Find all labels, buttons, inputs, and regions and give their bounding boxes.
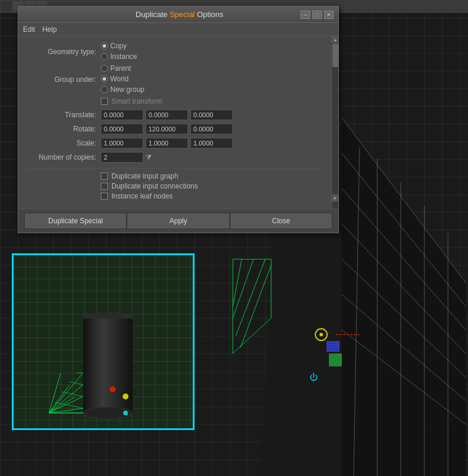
menu-help[interactable]: Help	[42, 25, 57, 34]
dup-input-graph-checkbox[interactable]	[101, 173, 108, 180]
copies-stepper-icon: ⧩	[146, 153, 151, 161]
scrollbar-bottom-area: ▼	[331, 194, 338, 201]
rotate-x-input[interactable]	[101, 124, 143, 134]
group-under-label: Group under:	[24, 75, 101, 84]
scrollbar-up-arrow[interactable]: ▲	[332, 36, 339, 43]
instance-leaf-label: Instance leaf nodes	[111, 192, 173, 200]
group-new-label: New group	[110, 85, 144, 94]
svg-point-26	[319, 333, 323, 336]
copies-row: Number of copies: ⧩	[24, 151, 324, 163]
geometry-type-row: Geometry type: Copy Instance	[24, 42, 324, 62]
small-viewport	[12, 253, 195, 430]
copies-controls: ⧩	[101, 152, 151, 163]
geometry-copy-row: Copy	[101, 42, 137, 50]
menu-edit[interactable]: Edit	[23, 25, 35, 34]
translate-label: Translate:	[24, 111, 101, 119]
dup-input-conn-checkbox[interactable]	[101, 183, 108, 190]
instance-leaf-checkbox[interactable]	[101, 193, 108, 200]
small-viewport-svg	[14, 255, 193, 428]
scale-x-input[interactable]	[101, 138, 143, 148]
smart-transform-checkbox[interactable]	[101, 98, 108, 105]
copies-input[interactable]	[101, 152, 143, 163]
apply-button[interactable]: Apply	[127, 213, 229, 229]
svg-line-50	[69, 382, 83, 385]
scale-inputs	[101, 138, 233, 148]
svg-point-52	[110, 386, 116, 392]
geometry-type-label: Geometry type:	[24, 48, 101, 56]
svg-line-15	[233, 259, 242, 306]
title-word-duplicate: Duplicate	[136, 10, 170, 19]
scale-row: Scale:	[24, 137, 324, 149]
group-world-label: World	[110, 75, 128, 83]
geometry-copy-label: Copy	[110, 42, 127, 50]
translate-row: Translate:	[24, 109, 324, 121]
scrollbar-down-arrow[interactable]: ▼	[331, 194, 338, 201]
group-world-row: World	[101, 75, 144, 83]
dialog-menubar: Edit Help	[18, 23, 338, 36]
instance-leaf-row: Instance leaf nodes	[24, 192, 324, 200]
duplicate-special-button[interactable]: Duplicate Special	[24, 213, 127, 229]
title-word-special: Special	[170, 10, 197, 19]
translate-x-input[interactable]	[101, 110, 143, 120]
group-parent-row: Parent	[101, 64, 144, 72]
smart-transform-label: Smart transform	[111, 97, 162, 105]
geometry-instance-row: Instance	[101, 52, 137, 61]
group-new-radio[interactable]	[101, 86, 108, 93]
scrollbar-thumb[interactable]	[332, 44, 338, 67]
dup-input-conn-label: Duplicate input connections	[111, 182, 198, 190]
group-new-row: New group	[101, 85, 144, 94]
geometry-instance-label: Instance	[110, 52, 137, 61]
rotate-label: Rotate:	[24, 125, 101, 133]
geometry-copy-radio[interactable]	[101, 42, 108, 49]
group-under-row: Group under: Parent World New group	[24, 64, 324, 95]
rotate-z-input[interactable]	[190, 124, 233, 134]
geometry-type-options: Copy Instance	[101, 42, 137, 62]
dialog-title: Duplicate Special Options	[58, 10, 301, 19]
svg-point-54	[123, 411, 128, 415]
svg-rect-20	[1, 1, 12, 12]
svg-marker-14	[233, 259, 271, 353]
scale-z-input[interactable]	[190, 138, 233, 148]
translate-inputs	[101, 110, 233, 120]
scale-label: Scale:	[24, 139, 101, 147]
maximize-button[interactable]: □	[312, 11, 322, 19]
checkbox-section: Duplicate input graph Duplicate input co…	[24, 168, 324, 200]
svg-marker-1	[342, 118, 466, 476]
titlebar-controls: ─ □ ✕	[301, 11, 334, 19]
svg-line-18	[240, 265, 271, 348]
translate-y-input[interactable]	[146, 110, 188, 120]
scale-y-input[interactable]	[146, 138, 188, 148]
dup-input-graph-row: Duplicate input graph	[24, 172, 324, 180]
smart-transform-row: Smart transform	[24, 97, 324, 105]
group-world-radio[interactable]	[101, 75, 108, 82]
geometry-instance-radio[interactable]	[101, 53, 108, 60]
group-parent-radio[interactable]	[101, 65, 108, 72]
dialog-window: Duplicate Special Options ─ □ ✕ Edit Hel…	[18, 6, 339, 233]
dialog-content: Geometry type: Copy Instance Group under…	[18, 36, 338, 209]
dialog-buttons: Duplicate Special Apply Close	[18, 209, 338, 233]
dup-input-graph-label: Duplicate input graph	[111, 172, 178, 180]
dup-input-conn-row: Duplicate input connections	[24, 182, 324, 190]
svg-point-53	[123, 394, 128, 399]
group-under-options: Parent World New group	[101, 64, 144, 95]
close-button[interactable]: ✕	[324, 11, 334, 19]
svg-text:⏻: ⏻	[309, 372, 318, 382]
group-parent-label: Parent	[110, 64, 131, 72]
rotate-y-input[interactable]	[146, 124, 188, 134]
dialog-titlebar: Duplicate Special Options ─ □ ✕	[18, 6, 338, 23]
copies-label: Number of copies:	[24, 153, 101, 161]
close-dialog-button[interactable]: Close	[230, 213, 332, 229]
rotate-inputs	[101, 124, 233, 134]
title-word-options: Options	[197, 10, 223, 19]
scrollbar[interactable]: ▲ ▼	[331, 36, 338, 209]
translate-z-input[interactable]	[190, 110, 233, 120]
rotate-row: Rotate:	[24, 123, 324, 135]
svg-rect-34	[329, 353, 342, 366]
form-section: Geometry type: Copy Instance Group under…	[24, 42, 324, 200]
minimize-button[interactable]: ─	[301, 11, 310, 19]
